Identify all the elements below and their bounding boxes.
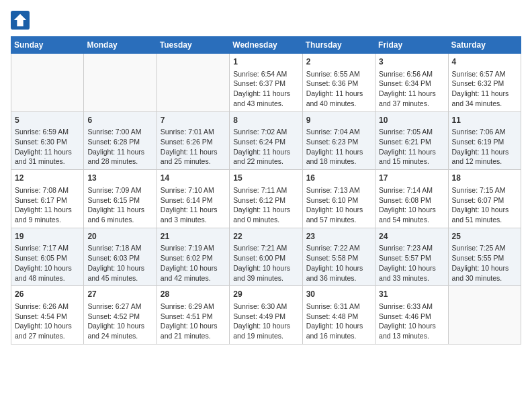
cell-content-line: and 21 minutes. [161, 331, 226, 341]
day-number: 7 [161, 115, 226, 126]
cell-content-line: Daylight: 11 hours [379, 147, 444, 157]
cell-content-line: and 45 minutes. [87, 273, 152, 283]
calendar-cell: 30Sunrise: 6:31 AMSunset: 4:48 PMDayligh… [302, 286, 375, 345]
calendar-cell: 8Sunrise: 7:02 AMSunset: 6:24 PMDaylight… [230, 111, 302, 170]
day-number: 5 [15, 115, 80, 126]
day-number: 10 [379, 115, 444, 126]
cell-content-line: and 12 minutes. [452, 156, 517, 167]
cell-content-line: Daylight: 10 hours [87, 263, 152, 273]
cell-content-line: Sunrise: 7:13 AM [306, 185, 371, 195]
cell-content-line: Sunrise: 6:27 AM [87, 302, 152, 312]
cell-content-line: and 16 minutes. [306, 331, 371, 341]
calendar-cell: 11Sunrise: 7:06 AMSunset: 6:19 PMDayligh… [448, 111, 521, 170]
cell-content-line: Sunrise: 6:26 AM [15, 302, 80, 312]
cell-content-line: Daylight: 11 hours [233, 147, 298, 157]
cell-content-line: Sunrise: 7:10 AM [161, 185, 226, 195]
day-number: 22 [233, 231, 298, 242]
cell-content-line: Sunrise: 7:21 AM [233, 243, 298, 253]
cell-content-line: Sunset: 6:24 PM [233, 137, 298, 147]
day-number: 24 [379, 231, 444, 242]
day-number: 25 [452, 231, 517, 242]
cell-content-line: Sunset: 6:03 PM [87, 253, 152, 263]
day-number: 8 [233, 115, 298, 126]
cell-content-line: and 43 minutes. [233, 99, 298, 109]
cell-content-line: Sunset: 4:52 PM [87, 312, 152, 322]
cell-content-line: Daylight: 10 hours [233, 321, 298, 331]
cell-content-line: Daylight: 10 hours [379, 321, 444, 331]
day-number: 27 [87, 289, 152, 300]
cell-content-line: Sunset: 6:26 PM [161, 137, 226, 147]
cell-content-line: Daylight: 11 hours [452, 89, 517, 99]
cell-content-line: Sunrise: 7:11 AM [233, 185, 298, 195]
cell-content-line: Sunrise: 7:04 AM [306, 127, 371, 137]
calendar-cell: 9Sunrise: 7:04 AMSunset: 6:23 PMDaylight… [302, 111, 375, 170]
cell-content-line: Daylight: 10 hours [15, 263, 80, 273]
calendar-cell: 24Sunrise: 7:23 AMSunset: 5:57 PMDayligh… [375, 228, 448, 286]
cell-content-line: Sunrise: 6:55 AM [306, 69, 371, 79]
day-number: 1 [233, 56, 298, 68]
day-number: 16 [306, 173, 371, 184]
cell-content-line: Sunset: 6:14 PM [161, 195, 226, 205]
calendar-cell: 2Sunrise: 6:55 AMSunset: 6:36 PMDaylight… [302, 54, 375, 112]
cell-content-line: Sunrise: 7:23 AM [379, 243, 444, 253]
cell-content-line: Sunset: 6:32 PM [452, 79, 517, 89]
cell-content-line: Sunset: 4:48 PM [306, 312, 371, 322]
calendar-cell: 26Sunrise: 6:26 AMSunset: 4:54 PMDayligh… [11, 286, 84, 345]
cell-content-line: Sunset: 6:37 PM [233, 79, 298, 89]
day-number: 12 [15, 173, 80, 184]
calendar-cell: 10Sunrise: 7:05 AMSunset: 6:21 PMDayligh… [375, 111, 448, 170]
cell-content-line: Sunset: 6:34 PM [379, 79, 444, 89]
day-number: 9 [306, 115, 371, 126]
day-number: 18 [452, 173, 517, 184]
day-number: 13 [87, 173, 152, 184]
cell-content-line: Sunset: 6:21 PM [379, 137, 444, 147]
cell-content-line: Daylight: 10 hours [161, 321, 226, 331]
cell-content-line: and 31 minutes. [15, 156, 80, 167]
cell-content-line: Sunset: 6:17 PM [15, 195, 80, 205]
cell-content-line: Sunset: 4:54 PM [15, 312, 80, 322]
calendar-cell: 12Sunrise: 7:08 AMSunset: 6:17 PMDayligh… [11, 170, 84, 228]
cell-content-line: and 13 minutes. [379, 331, 444, 341]
cell-content-line: Sunrise: 6:33 AM [379, 302, 444, 312]
calendar-day-header: Sunday [11, 37, 84, 54]
cell-content-line: and 24 minutes. [87, 331, 152, 341]
cell-content-line: Daylight: 11 hours [161, 205, 226, 215]
calendar-day-header: Friday [375, 37, 448, 54]
day-number: 30 [306, 289, 371, 300]
calendar-cell: 27Sunrise: 6:27 AMSunset: 4:52 PMDayligh… [84, 286, 157, 345]
cell-content-line: Sunrise: 7:22 AM [306, 243, 371, 253]
day-number: 31 [379, 289, 444, 300]
calendar-cell: 22Sunrise: 7:21 AMSunset: 6:00 PMDayligh… [230, 228, 302, 286]
calendar-cell [11, 54, 84, 112]
cell-content-line: Sunset: 6:12 PM [233, 195, 298, 205]
calendar-cell: 17Sunrise: 7:14 AMSunset: 6:08 PMDayligh… [375, 170, 448, 228]
day-number: 17 [379, 173, 444, 184]
cell-content-line: Sunrise: 6:56 AM [379, 69, 444, 79]
calendar-cell [157, 54, 229, 112]
cell-content-line: Sunrise: 7:08 AM [15, 185, 80, 195]
calendar-cell: 18Sunrise: 7:15 AMSunset: 6:07 PMDayligh… [448, 170, 521, 228]
calendar-week-row: 5Sunrise: 6:59 AMSunset: 6:30 PMDaylight… [11, 111, 521, 170]
calendar-cell: 3Sunrise: 6:56 AMSunset: 6:34 PMDaylight… [375, 54, 448, 112]
day-number: 2 [306, 56, 371, 68]
cell-content-line: and 36 minutes. [306, 273, 371, 283]
cell-content-line: Sunrise: 7:06 AM [452, 127, 517, 137]
cell-content-line: Daylight: 10 hours [306, 205, 371, 215]
calendar-cell: 28Sunrise: 6:29 AMSunset: 4:51 PMDayligh… [157, 286, 229, 345]
cell-content-line: Sunrise: 7:18 AM [87, 243, 152, 253]
cell-content-line: Sunset: 6:28 PM [87, 137, 152, 147]
calendar-cell: 7Sunrise: 7:01 AMSunset: 6:26 PMDaylight… [157, 111, 229, 170]
calendar-header-row: SundayMondayTuesdayWednesdayThursdayFrid… [11, 37, 521, 54]
cell-content-line: Daylight: 10 hours [233, 263, 298, 273]
cell-content-line: Daylight: 10 hours [379, 205, 444, 215]
page-container: SundayMondayTuesdayWednesdayThursdayFrid… [0, 0, 532, 350]
calendar-week-row: 26Sunrise: 6:26 AMSunset: 4:54 PMDayligh… [11, 286, 521, 345]
day-number: 3 [379, 56, 444, 68]
calendar-week-row: 12Sunrise: 7:08 AMSunset: 6:17 PMDayligh… [11, 170, 521, 228]
cell-content-line: Sunset: 6:23 PM [306, 137, 371, 147]
cell-content-line: and 51 minutes. [452, 215, 517, 225]
cell-content-line: Sunrise: 7:25 AM [452, 243, 517, 253]
calendar-table: SundayMondayTuesdayWednesdayThursdayFrid… [11, 36, 521, 345]
cell-content-line: Sunrise: 6:29 AM [161, 302, 226, 312]
cell-content-line: and 3 minutes. [161, 215, 226, 225]
